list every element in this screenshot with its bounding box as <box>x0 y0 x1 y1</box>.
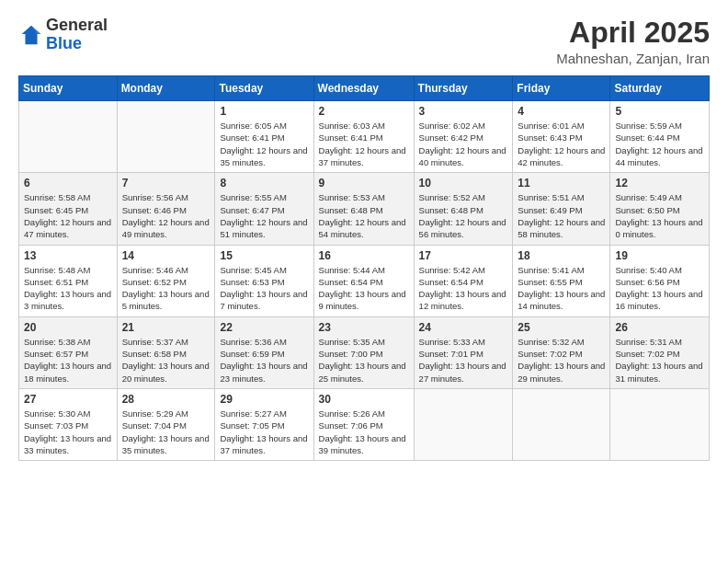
calendar-cell: 12Sunrise: 5:49 AMSunset: 6:50 PMDayligh… <box>610 173 710 245</box>
day-info: Sunrise: 5:30 AMSunset: 7:03 PMDaylight:… <box>24 408 112 456</box>
weekday-header-wednesday: Wednesday <box>313 76 414 101</box>
day-info: Sunrise: 5:48 AMSunset: 6:51 PMDaylight:… <box>24 264 112 313</box>
week-row-2: 6Sunrise: 5:58 AMSunset: 6:45 PMDaylight… <box>19 173 710 245</box>
calendar-cell: 13Sunrise: 5:48 AMSunset: 6:51 PMDayligh… <box>19 245 118 316</box>
calendar-cell: 4Sunrise: 6:01 AMSunset: 6:43 PMDaylight… <box>513 101 610 173</box>
weekday-header-friday: Friday <box>513 76 610 101</box>
svg-marker-0 <box>22 26 41 45</box>
calendar-cell: 29Sunrise: 5:27 AMSunset: 7:05 PMDayligh… <box>215 388 313 460</box>
day-info: Sunrise: 5:44 AMSunset: 6:54 PMDaylight:… <box>319 264 409 313</box>
day-info: Sunrise: 5:33 AMSunset: 7:01 PMDaylight:… <box>419 336 508 385</box>
day-info: Sunrise: 6:05 AMSunset: 6:41 PMDaylight:… <box>220 120 308 168</box>
day-number: 21 <box>122 321 210 334</box>
day-info: Sunrise: 5:41 AMSunset: 6:55 PMDaylight:… <box>518 264 605 313</box>
page: General Blue April 2025 Mahneshan, Zanja… <box>0 0 728 563</box>
day-number: 18 <box>518 249 605 262</box>
day-info: Sunrise: 5:46 AMSunset: 6:52 PMDaylight:… <box>122 264 210 313</box>
calendar-cell: 21Sunrise: 5:37 AMSunset: 6:58 PMDayligh… <box>117 316 215 388</box>
weekday-header-thursday: Thursday <box>414 76 513 101</box>
day-info: Sunrise: 5:27 AMSunset: 7:05 PMDaylight:… <box>220 408 308 456</box>
month-title: April 2025 <box>556 17 710 49</box>
calendar-cell: 18Sunrise: 5:41 AMSunset: 6:55 PMDayligh… <box>513 245 610 316</box>
calendar-cell: 24Sunrise: 5:33 AMSunset: 7:01 PMDayligh… <box>414 316 513 388</box>
day-info: Sunrise: 5:49 AMSunset: 6:50 PMDaylight:… <box>615 191 704 240</box>
day-number: 9 <box>319 177 409 190</box>
week-row-1: 1Sunrise: 6:05 AMSunset: 6:41 PMDaylight… <box>19 101 710 173</box>
day-info: Sunrise: 5:36 AMSunset: 6:59 PMDaylight:… <box>220 336 308 385</box>
day-number: 16 <box>319 249 409 262</box>
calendar-cell: 5Sunrise: 5:59 AMSunset: 6:44 PMDaylight… <box>610 101 710 173</box>
calendar-cell: 16Sunrise: 5:44 AMSunset: 6:54 PMDayligh… <box>313 245 414 316</box>
day-info: Sunrise: 5:52 AMSunset: 6:48 PMDaylight:… <box>419 191 508 240</box>
day-number: 4 <box>518 105 605 118</box>
day-number: 3 <box>419 105 508 118</box>
calendar-cell <box>513 388 610 460</box>
day-info: Sunrise: 5:32 AMSunset: 7:02 PMDaylight:… <box>518 336 605 385</box>
day-info: Sunrise: 5:38 AMSunset: 6:57 PMDaylight:… <box>24 336 112 385</box>
calendar-cell <box>117 101 215 173</box>
calendar-cell <box>414 388 513 460</box>
day-info: Sunrise: 5:29 AMSunset: 7:04 PMDaylight:… <box>122 408 210 456</box>
calendar-cell <box>19 101 118 173</box>
day-info: Sunrise: 6:01 AMSunset: 6:43 PMDaylight:… <box>518 120 605 168</box>
day-number: 29 <box>220 393 308 406</box>
day-number: 5 <box>615 105 704 118</box>
calendar-cell: 7Sunrise: 5:56 AMSunset: 6:46 PMDaylight… <box>117 173 215 245</box>
day-number: 15 <box>220 249 308 262</box>
title-block: April 2025 Mahneshan, Zanjan, Iran <box>556 17 710 66</box>
day-info: Sunrise: 5:53 AMSunset: 6:48 PMDaylight:… <box>319 191 409 240</box>
logo-text: General Blue <box>46 17 108 53</box>
calendar-cell: 20Sunrise: 5:38 AMSunset: 6:57 PMDayligh… <box>19 316 118 388</box>
day-info: Sunrise: 5:40 AMSunset: 6:56 PMDaylight:… <box>615 264 704 313</box>
day-info: Sunrise: 5:55 AMSunset: 6:47 PMDaylight:… <box>220 191 308 240</box>
calendar-cell: 15Sunrise: 5:45 AMSunset: 6:53 PMDayligh… <box>215 245 313 316</box>
week-row-4: 20Sunrise: 5:38 AMSunset: 6:57 PMDayligh… <box>19 316 710 388</box>
day-number: 27 <box>24 393 112 406</box>
calendar-cell: 2Sunrise: 6:03 AMSunset: 6:41 PMDaylight… <box>313 101 414 173</box>
week-row-5: 27Sunrise: 5:30 AMSunset: 7:03 PMDayligh… <box>19 388 710 460</box>
day-number: 2 <box>319 105 409 118</box>
day-number: 17 <box>419 249 508 262</box>
calendar-cell: 3Sunrise: 6:02 AMSunset: 6:42 PMDaylight… <box>414 101 513 173</box>
calendar-cell: 30Sunrise: 5:26 AMSunset: 7:06 PMDayligh… <box>313 388 414 460</box>
day-info: Sunrise: 5:37 AMSunset: 6:58 PMDaylight:… <box>122 336 210 385</box>
logo-blue: Blue <box>46 34 82 52</box>
day-number: 24 <box>419 321 508 334</box>
logo-icon <box>18 22 44 48</box>
weekday-header-saturday: Saturday <box>610 76 710 101</box>
day-info: Sunrise: 5:26 AMSunset: 7:06 PMDaylight:… <box>319 408 409 456</box>
header: General Blue April 2025 Mahneshan, Zanja… <box>18 17 710 66</box>
day-info: Sunrise: 6:03 AMSunset: 6:41 PMDaylight:… <box>319 120 409 168</box>
calendar-cell: 19Sunrise: 5:40 AMSunset: 6:56 PMDayligh… <box>610 245 710 316</box>
day-info: Sunrise: 5:45 AMSunset: 6:53 PMDaylight:… <box>220 264 308 313</box>
day-number: 14 <box>122 249 210 262</box>
day-number: 23 <box>319 321 409 334</box>
day-number: 20 <box>24 321 112 334</box>
day-number: 10 <box>419 177 508 190</box>
day-number: 28 <box>122 393 210 406</box>
day-info: Sunrise: 6:02 AMSunset: 6:42 PMDaylight:… <box>419 120 508 168</box>
calendar-cell: 26Sunrise: 5:31 AMSunset: 7:02 PMDayligh… <box>610 316 710 388</box>
weekday-header-sunday: Sunday <box>19 76 118 101</box>
day-number: 19 <box>615 249 704 262</box>
weekday-header-monday: Monday <box>117 76 215 101</box>
weekday-header-tuesday: Tuesday <box>215 76 313 101</box>
calendar-cell: 14Sunrise: 5:46 AMSunset: 6:52 PMDayligh… <box>117 245 215 316</box>
calendar-cell: 6Sunrise: 5:58 AMSunset: 6:45 PMDaylight… <box>19 173 118 245</box>
calendar-table: SundayMondayTuesdayWednesdayThursdayFrid… <box>18 75 710 461</box>
day-number: 25 <box>518 321 605 334</box>
day-info: Sunrise: 5:35 AMSunset: 7:00 PMDaylight:… <box>319 336 409 385</box>
day-number: 11 <box>518 177 605 190</box>
logo-general: General <box>46 16 108 34</box>
location-title: Mahneshan, Zanjan, Iran <box>556 51 710 66</box>
calendar-cell: 1Sunrise: 6:05 AMSunset: 6:41 PMDaylight… <box>215 101 313 173</box>
calendar-cell: 10Sunrise: 5:52 AMSunset: 6:48 PMDayligh… <box>414 173 513 245</box>
day-number: 22 <box>220 321 308 334</box>
day-info: Sunrise: 5:31 AMSunset: 7:02 PMDaylight:… <box>615 336 704 385</box>
calendar-cell: 9Sunrise: 5:53 AMSunset: 6:48 PMDaylight… <box>313 173 414 245</box>
weekday-header-row: SundayMondayTuesdayWednesdayThursdayFrid… <box>19 76 710 101</box>
day-number: 12 <box>615 177 704 190</box>
logo: General Blue <box>18 17 108 53</box>
day-number: 30 <box>319 393 409 406</box>
day-number: 1 <box>220 105 308 118</box>
